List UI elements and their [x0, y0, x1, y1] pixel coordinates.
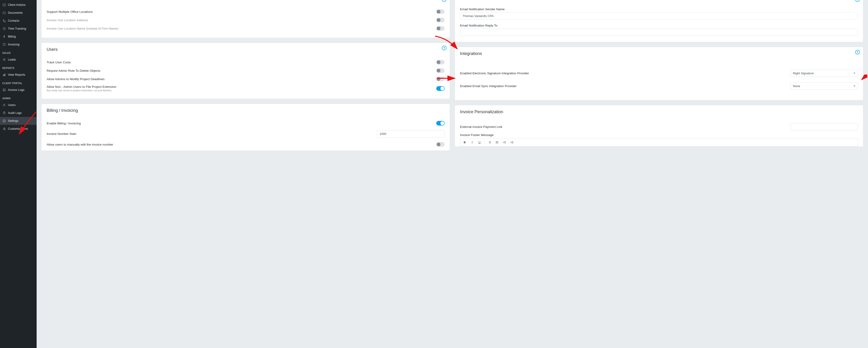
svg-point-12 [5, 129, 5, 130]
svg-point-3 [4, 59, 5, 60]
toolbar-separator [485, 140, 485, 144]
sidebar-item-users[interactable]: Users [0, 101, 37, 109]
sidebar-item-audit-logs[interactable]: Audit Logs [0, 109, 37, 117]
sidebar-item-label: Client Actions [8, 3, 26, 6]
svg-point-9 [4, 120, 5, 121]
card-title: Invoice Personalization [460, 109, 858, 114]
setting-payment-link: External Invoice Payment Link [460, 120, 858, 133]
payment-link-input[interactable] [790, 123, 858, 131]
sidebar-item-access-logs[interactable]: Access Logs [0, 86, 37, 94]
toggle-support-multiple-locations[interactable] [436, 9, 444, 14]
setting-label: Require Admin Role To Delete Objects [46, 69, 100, 72]
indent-button[interactable] [509, 140, 515, 145]
form-label: Email Notification Sender Name [460, 7, 858, 11]
setting-label: Track User Costs [46, 61, 71, 64]
toggle-track-user-costs[interactable] [436, 60, 444, 65]
card-title: Billing / Invoicing [46, 108, 444, 113]
setting-nonadmin-file-extension: Allow Non - Admin Users to File Project … [46, 83, 444, 94]
sidebar-item-invoicing[interactable]: Invoicing [0, 40, 37, 48]
sidebar-item-billing[interactable]: Billing [0, 33, 37, 40]
sidebar-item-label: Access Logs [8, 88, 25, 92]
setting-label: Allow Non - Admin Users to File Project … [46, 85, 116, 89]
toggle-manual-edit-invoice[interactable] [436, 142, 444, 147]
reply-to-input[interactable] [460, 29, 858, 36]
sidebar-item-label: Invoicing [8, 43, 19, 46]
sidebar-section-client-portal: CLIENT PORTAL [0, 79, 37, 86]
svg-rect-6 [5, 74, 5, 76]
chevron-down-icon [854, 85, 856, 86]
setting-hint: Any body can record a project extension,… [46, 89, 116, 92]
setting-label: Allow users to manually edit the invoice… [46, 143, 113, 146]
setting-label: Enable Billing / Invoicing [46, 121, 81, 125]
help-icon[interactable]: ? [855, 50, 860, 55]
firm-email-notification-card: ? Email Notification Sender Name Email N… [455, 0, 863, 42]
user-icon [2, 103, 6, 107]
clock-icon [2, 27, 6, 31]
sidebar-item-customizations[interactable]: Customizations [0, 125, 37, 133]
sidebar-item-label: Documents [8, 11, 23, 14]
svg-point-7 [4, 104, 5, 105]
select-value: Right Signature [793, 71, 814, 75]
toggle-invoice-use-location-name[interactable] [436, 26, 444, 31]
italic-button[interactable]: I [470, 140, 475, 145]
sidebar-item-leads[interactable]: Leads [0, 56, 37, 64]
integrations-card: ? Integrations Enabled Electronic Signat… [455, 47, 863, 100]
sidebar-item-settings[interactable]: Settings [0, 117, 37, 125]
form-label: Invoice Footer Message [460, 133, 858, 137]
users-icon [2, 58, 6, 62]
sidebar-item-label: Settings [8, 119, 19, 123]
toggle-require-admin-delete[interactable] [436, 68, 444, 73]
sender-name-input[interactable] [460, 12, 858, 20]
invoice-number-start-input[interactable] [377, 130, 444, 137]
card-title: Integrations [460, 51, 858, 56]
sidebar-item-contacts[interactable]: Contacts [0, 17, 37, 25]
left-column: ? Support Multiple Office Locations Invo… [41, 0, 450, 151]
ordered-list-button[interactable] [487, 140, 492, 145]
bold-button[interactable]: B [462, 140, 467, 145]
outdent-button[interactable] [502, 140, 507, 145]
toggle-invoice-use-location-address[interactable] [436, 18, 444, 22]
sidebar-item-time-tracking[interactable]: Time Tracking [0, 25, 37, 33]
sidebar-item-label: Audit Logs [8, 111, 22, 115]
users-card: ? Users Track User Costs Require Admin R… [41, 43, 450, 99]
setting-esignature-provider: Enabled Electronic Signature Integration… [460, 67, 858, 80]
phone-icon [2, 19, 6, 23]
annotation-arrow-icon [860, 74, 867, 81]
sidebar-item-label: Customizations [8, 127, 28, 131]
setting-label: Invoice Number Start [46, 132, 76, 136]
toggle-nonadmin-file-extension[interactable] [436, 86, 444, 91]
svg-rect-4 [3, 75, 3, 76]
clipboard-icon [2, 111, 6, 115]
edit-square-icon [2, 3, 6, 7]
esignature-provider-select[interactable]: Right Signature [790, 70, 858, 77]
unordered-list-button[interactable] [495, 140, 500, 145]
sidebar-item-label: Time Tracking [8, 27, 26, 30]
sidebar-item-client-actions[interactable]: Client Actions [0, 1, 37, 9]
sliders-icon [2, 127, 6, 131]
sidebar-item-label: Contacts [8, 19, 19, 22]
sidebar-item-view-reports[interactable]: View Reports [0, 71, 37, 79]
inbox-icon [2, 88, 6, 92]
toggle-enable-billing[interactable] [436, 121, 444, 126]
help-icon[interactable]: ? [442, 46, 446, 50]
invoice-personalization-card: Invoice Personalization External Invoice… [455, 105, 863, 147]
setting-email-sync-provider: Enabled Email Sync Integration Provider … [460, 80, 858, 93]
email-sync-provider-select[interactable]: None [790, 82, 858, 90]
setting-label: External Invoice Payment Link [460, 125, 502, 129]
setting-enable-billing: Enable Billing / Invoicing [46, 119, 444, 128]
underline-button[interactable]: U [477, 140, 482, 145]
setting-admins-modify-deadlines: Allow Admins to Modify Project Deadlines [46, 75, 444, 83]
sidebar: Client Actions Documents Contacts Time T… [0, 0, 37, 348]
rich-text-toolbar: B I U [460, 138, 858, 146]
toggle-admins-modify-deadlines[interactable] [436, 77, 444, 81]
setting-require-admin-delete: Require Admin Role To Delete Objects [46, 66, 444, 75]
form-label: Email Notification Reply To [460, 24, 858, 27]
setting-label: Enabled Electronic Signature Integration… [460, 71, 529, 75]
svg-point-10 [4, 128, 5, 128]
setting-invoice-use-location-name: Invoice Use Location Name (instead of Fi… [46, 24, 444, 33]
setting-invoice-number-start: Invoice Number Start [46, 128, 444, 140]
setting-label: Enabled Email Sync Integration Provider [460, 84, 517, 88]
field-sender-name: Email Notification Sender Name [460, 7, 858, 20]
dollar-icon [2, 35, 6, 38]
sidebar-item-documents[interactable]: Documents [0, 9, 37, 17]
